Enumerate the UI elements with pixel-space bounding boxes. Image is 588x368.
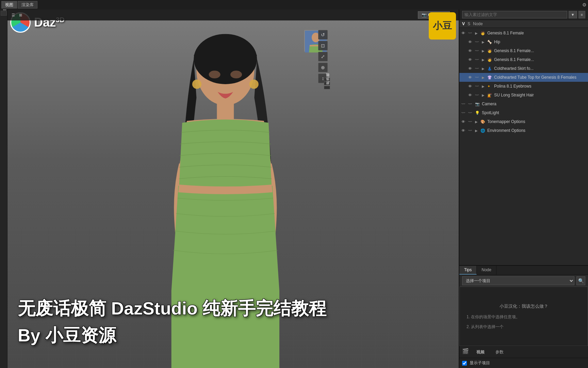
tree-item-spotlight[interactable]: 〰 〰 💡 SpotLight (459, 108, 588, 117)
tree-item-environment[interactable]: 👁 〰 ▶ 🌐 Environment Options (459, 126, 588, 135)
right-panel: ▼ ≡ V S Node 👁 〰 ▶ 🧑 Genesis 8.1 Female (459, 10, 588, 368)
video-tab[interactable]: 视频 (471, 348, 490, 356)
svg-rect-6 (217, 102, 234, 121)
node-tab[interactable]: Node (473, 21, 483, 26)
rt-expand-btn[interactable]: ⤢ (318, 52, 328, 61)
tree-item-genesis81b[interactable]: 👁 〰 ▶ 🧑 Genesis 8.1 Female... (459, 46, 588, 55)
vis-icon-11: 〰 (468, 120, 474, 124)
tree-item-eyebrows[interactable]: 👁 〰 ▶ ✦ Polina 8.1 Eyebrows (459, 82, 588, 91)
obj-icon-6: 👚 (487, 75, 493, 80)
arrow-icon-11: ▶ (475, 120, 479, 124)
left-tabs: 辅视图 (0, 10, 7, 368)
arrow-icon-12: ▶ (475, 129, 479, 133)
scene-header: ▼ ≡ (459, 10, 588, 20)
tree-item-camera[interactable]: 〰 〰 📷 Camera (459, 99, 588, 108)
eye-icon-6: 👁 (468, 75, 474, 79)
viewport-toolbar: ☰ ⊞ 📷 Camera ▾ ≡ (7, 10, 459, 20)
tree-item-coldhearted-tube[interactable]: 👁 〰 ▶ 👚 Coldhearted Tube Top for Genesis… (459, 73, 588, 82)
eye-icon-10: 〰 (461, 111, 467, 115)
side-label-scene[interactable]: 场景 (324, 82, 330, 85)
camera-icon: 📷 (422, 13, 427, 17)
arrow-icon-8: ▶ (482, 93, 486, 97)
view-tab-btn[interactable]: 视图 (1, 1, 17, 9)
vsnode-header: V S Node (459, 20, 588, 28)
scene-search-input[interactable] (462, 11, 567, 18)
eye-icon-12: 👁 (461, 128, 467, 133)
arrow-icon-5: ▶ (482, 67, 486, 71)
tree-item-hair[interactable]: 👁 〰 ▶ 💇 SU Long Straight Hair (459, 91, 588, 99)
main-container: 辅视图 ☰ ⊞ 📷 Camera ▾ ≡ (0, 10, 588, 368)
watermark: 小豆 (429, 12, 456, 40)
tree-label-10: SpotLight (482, 110, 586, 115)
svg-point-5 (249, 79, 259, 89)
eye-icon-8: 👁 (468, 93, 474, 97)
vp-grid-btn[interactable]: ⊞ (18, 12, 23, 18)
tree-label-1: Genesis 8.1 Female (487, 31, 586, 35)
side-label-aux[interactable]: 辅视图 (324, 78, 330, 81)
arrow-icon-3: ▶ (482, 49, 486, 53)
obj-icon-1: 🧑 (480, 31, 486, 35)
obj-icon-11: 🎨 (480, 120, 486, 124)
bottom-footer: 显示子项目 (459, 358, 588, 368)
side-label-panel: 辅视图 场景 材质 (324, 78, 330, 89)
rt-rotate-btn[interactable]: ↺ (318, 30, 328, 40)
svg-point-2 (209, 71, 220, 78)
svg-point-4 (192, 79, 201, 89)
left-tab-aux[interactable]: 辅视图 (1, 11, 7, 16)
render-library-btn[interactable]: 渲染库 (18, 1, 37, 9)
item-select[interactable]: 选择一个项目 (462, 276, 574, 285)
eye-icon-4: 👁 (468, 58, 474, 62)
video-icon: 🎬 (462, 348, 469, 356)
dropdown-row: 选择一个项目 🔍 (459, 275, 588, 287)
node-tab-btn[interactable]: Node (477, 266, 496, 275)
eye-icon-2: 👁 (468, 40, 474, 44)
vis-icon-7: 〰 (475, 84, 480, 88)
svg-point-3 (230, 71, 242, 78)
scene-filter-btn[interactable]: ▼ (569, 11, 577, 18)
bottom-panel: Tips Node 选择一个项目 🔍 小豆汉化：我该怎么做？ 1. 在你的场景中… (459, 266, 588, 368)
vis-icon-4: 〰 (475, 58, 480, 62)
vis-icon-5: 〰 (475, 66, 480, 71)
tips-tab[interactable]: Tips (459, 266, 477, 275)
arrow-icon-4: ▶ (482, 58, 486, 62)
s-tab[interactable]: S (468, 21, 470, 26)
tree-label-6: Coldhearted Tube Top for Genesis 8 Femal… (494, 75, 586, 80)
overlay-title: 无废话极简 DazStudio 纯新手完结教程 (18, 297, 326, 320)
rt-frame-btn[interactable]: ⊡ (318, 41, 328, 50)
tree-item-coldhearted-skirt[interactable]: 👁 〰 ▶ 👗 Coldhearted Skirt fo... (459, 64, 588, 73)
scene-extra-btn[interactable]: ≡ (578, 11, 585, 18)
eye-icon-1: 👁 (461, 31, 467, 35)
tips-main-text: 小豆汉化：我该怎么做？ (500, 303, 548, 310)
v-tab[interactable]: V (462, 21, 465, 26)
eye-icon-3: 👁 (468, 49, 474, 53)
overlay-subtitle: By 小豆资源 (18, 324, 116, 348)
tree-label-9: Camera (482, 102, 586, 106)
tree-item-tonemapper[interactable]: 👁 〰 ▶ 🎨 Tonemapper Options (459, 117, 588, 126)
obj-icon-10: 💡 (475, 111, 480, 115)
tree-label-7: Polina 8.1 Eyebrows (494, 84, 586, 89)
vis-icon-10: 〰 (468, 111, 474, 115)
eye-icon-5: 👁 (468, 66, 474, 71)
obj-icon-7: ✦ (487, 84, 493, 89)
scene-panel: ▼ ≡ V S Node 👁 〰 ▶ 🧑 Genesis 8.1 Female (459, 10, 588, 266)
show-children-label: 显示子项目 (470, 360, 490, 366)
vis-icon-12: 〰 (468, 128, 474, 133)
vis-icon-9: 〰 (468, 102, 474, 106)
vis-icon-6: 〰 (475, 75, 480, 79)
side-label-material[interactable]: 材质 (324, 86, 330, 89)
tree-item-genesis81c[interactable]: 👁 〰 ▶ 🧑 Genesis 8.1 Female... (459, 55, 588, 64)
rt-zoom-btn[interactable]: ⊕ (318, 63, 328, 72)
arrow-icon-6: ▶ (482, 76, 486, 79)
vp-menu-btn[interactable]: ☰ (10, 12, 16, 18)
tree-item-genesis81[interactable]: 👁 〰 ▶ 🧑 Genesis 8.1 Female (459, 29, 588, 37)
tips-content-area: 小豆汉化：我该怎么做？ 1. 在你的场景中选择任意项。 2. 从列表中选择一个 (459, 287, 588, 346)
show-children-checkbox[interactable] (462, 361, 467, 366)
vis-icon-8: 〰 (475, 93, 480, 97)
tree-label-11: Tonemapper Options (487, 119, 586, 124)
obj-icon-12: 🌐 (480, 128, 486, 133)
obj-icon-5: 👗 (487, 66, 493, 71)
search-btn[interactable]: 🔍 (576, 276, 585, 285)
tree-item-hip[interactable]: 👁 〰 ▶ 🦴 Hip (459, 37, 588, 46)
params-tab[interactable]: 参数 (490, 348, 509, 356)
arrow-icon-7: ▶ (482, 85, 486, 88)
